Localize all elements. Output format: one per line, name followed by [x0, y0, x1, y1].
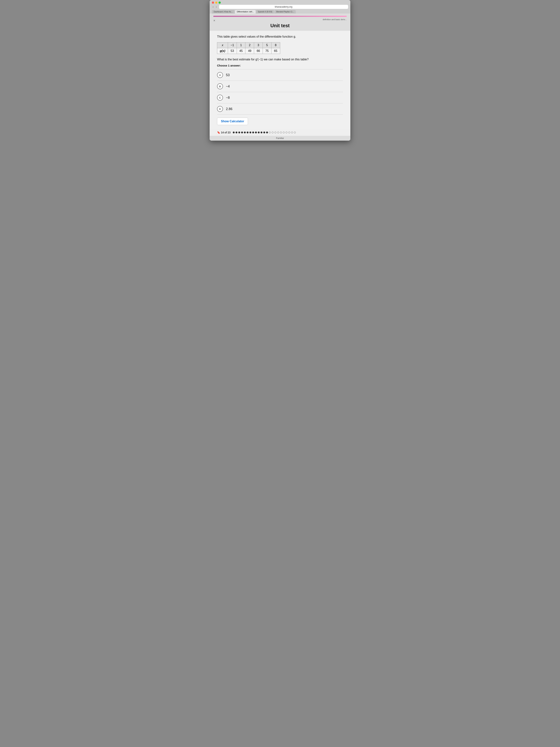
choice-circle-c: C — [217, 95, 223, 101]
table-header-1: 1 — [237, 43, 245, 48]
page-content: × definition and basic deriv... Unit tes… — [210, 14, 350, 140]
progress-dot-filled — [236, 132, 237, 133]
progress-dot-filled — [255, 132, 257, 133]
table-cell-1: 45 — [237, 48, 245, 54]
progress-label: 🔖 14 of 23 — [217, 131, 231, 134]
close-traffic-light[interactable] — [212, 1, 214, 4]
table-cell-5: 75 — [263, 48, 271, 54]
progress-dot-filled — [247, 132, 248, 133]
table-cell-8: 65 — [271, 48, 280, 54]
tabs-bar: Dashboard | Khan Ac... Differentiation: … — [212, 10, 348, 14]
progress-dot-empty — [277, 132, 279, 133]
progress-dot-empty — [269, 132, 271, 133]
table-cell-neg1: 53 — [228, 48, 237, 54]
choice-value-c: −8 — [226, 96, 230, 100]
choice-value-b: −4 — [226, 84, 230, 88]
page-header: × definition and basic deriv... Unit tes… — [210, 14, 350, 31]
quiz-area: This table gives select values of the di… — [210, 31, 350, 129]
answer-choice-d[interactable]: D 2.86 — [217, 103, 343, 115]
table-header-3: 3 — [254, 43, 263, 48]
show-calculator-button[interactable]: Show Calculator — [217, 118, 248, 125]
table-header-x: x — [217, 43, 228, 48]
progress-dot-empty — [280, 132, 282, 133]
table-row-label: g(x) — [217, 48, 228, 54]
question-description: This table gives select values of the di… — [217, 34, 343, 39]
familiarity-bar: Familiar — [210, 136, 350, 140]
progress-dot-empty — [283, 132, 285, 133]
close-button[interactable]: × — [213, 19, 215, 23]
tab-differentiation[interactable]: Differentiation: defi... — [235, 10, 256, 14]
progress-dot-filled — [233, 132, 235, 133]
forward-button[interactable]: › — [215, 5, 217, 9]
table-header-8: 8 — [271, 43, 280, 48]
traffic-lights — [212, 1, 348, 4]
browser-window: ‹ › khanacademy.org Dashboard | Khan Ac.… — [210, 0, 350, 140]
answer-choices: A 53 B −4 C −8 D 2.86 — [217, 69, 343, 115]
back-button[interactable]: ‹ — [212, 5, 214, 9]
progress-dot-filled — [249, 132, 251, 133]
progress-dot-empty — [286, 132, 287, 133]
address-bar[interactable]: khanacademy.org — [219, 5, 348, 9]
tab-spanish[interactable]: Spanish II (8-9 B) — [256, 10, 274, 14]
banner — [213, 16, 347, 17]
progress-dot-filled — [258, 132, 260, 133]
progress-area: 🔖 14 of 23 — [210, 129, 350, 136]
choice-circle-d: D — [217, 106, 223, 112]
progress-dot-filled — [266, 132, 268, 133]
choose-label: Choose 1 answer: — [217, 64, 343, 67]
progress-dot-filled — [238, 132, 240, 133]
answer-choice-c[interactable]: C −8 — [217, 92, 343, 103]
table-header-neg1: −1 — [228, 43, 237, 48]
progress-dot-filled — [252, 132, 254, 133]
values-table: x −1 1 2 3 5 8 g(x) 53 45 49 — [217, 42, 280, 54]
table-cell-2: 49 — [245, 48, 254, 54]
progress-dot-empty — [272, 132, 273, 133]
minimize-traffic-light[interactable] — [215, 1, 217, 4]
choice-circle-a: A — [217, 72, 223, 78]
maximize-traffic-light[interactable] — [218, 1, 221, 4]
progress-dot-filled — [241, 132, 243, 133]
progress-dot-empty — [291, 132, 293, 133]
progress-dot-empty — [288, 132, 290, 133]
nav-bar: ‹ › khanacademy.org — [212, 5, 348, 9]
tab-dashboard[interactable]: Dashboard | Khan Ac... — [212, 10, 235, 14]
progress-dot-filled — [261, 132, 262, 133]
table-header-5: 5 — [263, 43, 271, 48]
answer-choice-a[interactable]: A 53 — [217, 69, 343, 81]
browser-chrome: ‹ › khanacademy.org Dashboard | Khan Ac.… — [210, 0, 350, 14]
estimate-question: What is the best estimate for g′(−1) we … — [217, 57, 343, 62]
subtitle-bar: definition and basic deriv... — [213, 18, 347, 21]
progress-dot-filled — [244, 132, 246, 133]
table-header-2: 2 — [245, 43, 254, 48]
tab-blended[interactable]: Blended Playlist: Ci... — [274, 10, 296, 14]
progress-dots — [233, 132, 296, 133]
choice-circle-b: B — [217, 83, 223, 89]
choice-value-a: 53 — [226, 73, 230, 77]
bookmark-icon: 🔖 — [217, 131, 220, 134]
choice-value-d: 2.86 — [226, 107, 233, 111]
progress-dot-empty — [294, 132, 296, 133]
nav-buttons: ‹ › — [212, 5, 218, 9]
page-title: Unit test — [213, 21, 347, 29]
table-cell-3: 66 — [254, 48, 263, 54]
progress-dot-empty — [274, 132, 276, 133]
answer-choice-b[interactable]: B −4 — [217, 81, 343, 92]
progress-dot-filled — [263, 132, 265, 133]
